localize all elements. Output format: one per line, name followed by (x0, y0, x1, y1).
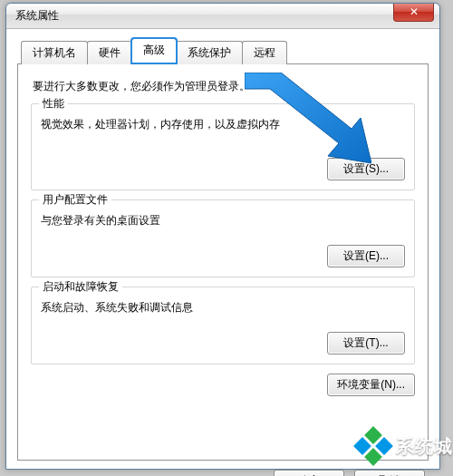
window-body: 计算机名 硬件 高级 系统保护 远程 要进行大多数更改，您必须作为管理员登录。 … (6, 29, 439, 469)
group-performance: 性能 视觉效果，处理器计划，内存使用，以及虚拟内存 设置(S)... (31, 103, 415, 190)
tab-advanced[interactable]: 高级 (131, 38, 177, 63)
group-user-profiles: 用户配置文件 与您登录有关的桌面设置 设置(E)... (31, 199, 415, 277)
tab-system-protection[interactable]: 系统保护 (176, 41, 243, 64)
group-startup-recovery-desc: 系统启动、系统失败和调试信息 (41, 300, 405, 316)
group-user-profiles-legend: 用户配置文件 (39, 192, 111, 208)
environment-variables-button[interactable]: 环境变量(N)... (327, 374, 415, 396)
tab-page-advanced: 要进行大多数更改，您必须作为管理员登录。 性能 视觉效果，处理器计划，内存使用，… (17, 63, 429, 461)
titlebar[interactable]: 系统属性 ✕ (6, 4, 439, 29)
group-user-profiles-desc: 与您登录有关的桌面设置 (41, 213, 405, 228)
startup-recovery-settings-button[interactable]: 设置(T)... (327, 332, 405, 355)
window-title: 系统属性 (15, 8, 59, 24)
close-button[interactable]: ✕ (393, 4, 434, 22)
system-properties-window: 系统属性 ✕ 计算机名 硬件 高级 系统保护 远程 要进行大多数更改，您必须作为… (5, 3, 440, 470)
group-performance-desc: 视觉效果，处理器计划，内存使用，以及虚拟内存 (41, 117, 405, 132)
admin-required-text: 要进行大多数更改，您必须作为管理员登录。 (33, 79, 413, 94)
performance-settings-button[interactable]: 设置(S)... (327, 158, 405, 180)
user-profiles-settings-button[interactable]: 设置(E)... (327, 245, 405, 267)
group-startup-recovery: 启动和故障恢复 系统启动、系统失败和调试信息 设置(T)... (31, 287, 415, 364)
ok-button[interactable]: 确定 (274, 470, 344, 476)
group-startup-recovery-legend: 启动和故障恢复 (39, 279, 122, 295)
tab-computer-name[interactable]: 计算机名 (21, 41, 88, 64)
cancel-button[interactable]: 取消 (354, 470, 425, 476)
group-performance-legend: 性能 (39, 96, 68, 112)
tabstrip: 计算机名 硬件 高级 系统保护 远程 (21, 38, 429, 63)
tab-hardware[interactable]: 硬件 (87, 41, 132, 64)
dialog-buttons: 确定 取消 (17, 470, 429, 476)
tab-remote[interactable]: 远程 (242, 41, 287, 64)
